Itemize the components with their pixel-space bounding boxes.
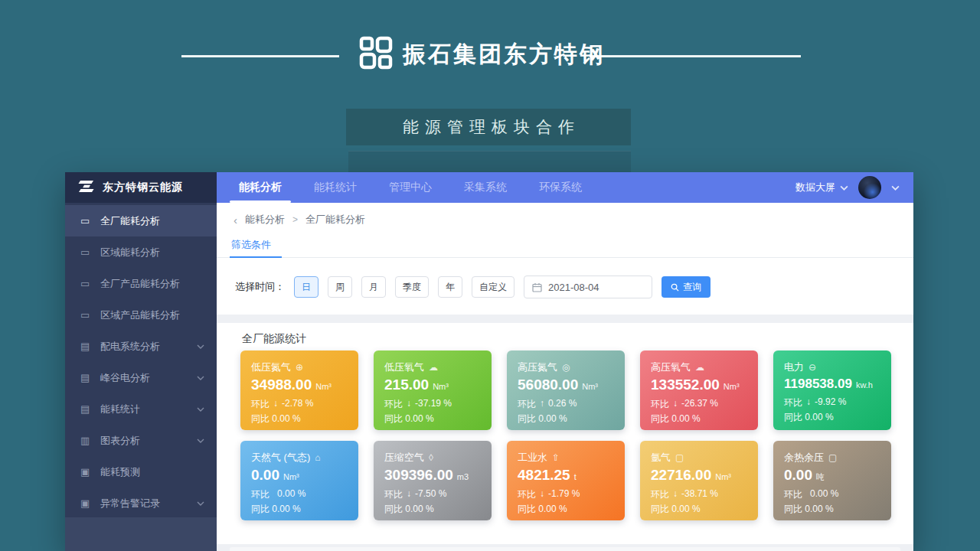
card-name: 工业水 [518,451,547,465]
tab-filter-conditions[interactable]: 筛选条件 [231,238,271,252]
tab-energy-stats[interactable]: 能耗统计 [298,172,373,203]
down-arrow-icon: ↓ [540,488,544,501]
year-ratio: 同比 0.00 % [784,411,882,424]
card-waste-heat-pressure: 余热余压▢ 0.00吨 环比0.00 % 同比 0.00 % [773,441,891,520]
ring-ratio: 环比↑0.26 % [518,398,616,411]
sidebar-item-plant-energy[interactable]: ▭ 全厂能耗分析 [65,205,217,236]
chart-icon: ▥ [80,435,93,446]
card-name: 压缩空气 [384,451,424,465]
card-value: 22716.00Nm³ [651,467,749,484]
card-value: 1198538.09kw.h [784,377,882,392]
down-arrow-icon: ↓ [673,488,678,501]
ring-ratio: 环比↓-9.92 % [784,396,882,409]
tab-management-center[interactable]: 管理中心 [373,172,448,203]
card-unit: kw.h [856,380,873,390]
card-value: 4821.25t [518,467,616,484]
panel-icon: ▭ [80,246,93,258]
brand-logo-icon [358,35,394,73]
time-option-year[interactable]: 年 [438,276,462,298]
page: 振石集团东方特钢 能源管理板块合作 东方特钢云能源 ▭ 全 [0,0,980,551]
query-button[interactable]: 查询 [662,276,710,298]
time-option-custom[interactable]: 自定义 [472,276,514,298]
date-input[interactable] [548,282,644,293]
nitrogen-icon: ⊕ [296,362,303,373]
card-natural-gas: 天然气 (气态)⌂ 0.00Nm³ 环比0.00 % 同比 0.00 % [240,441,358,520]
chevron-down-icon [840,185,848,191]
card-name: 高压氧气 [651,360,691,374]
filter-row: 选择时间： 日 周 月 季度 年 自定义 [235,275,710,299]
card-compressed-air: 压缩空气◊ 309396.00m3 环比↓-7.50 % 同比 0.00 % [374,441,492,520]
breadcrumb-separator: > [292,214,298,225]
stat-card-grid: 低压氮气⊕ 34988.00Nm³ 环比↓-2.78 % 同比 0.00 % 低… [240,350,891,520]
tab-environment-system[interactable]: 环保系统 [523,172,598,203]
sidebar-item-energy-stats[interactable]: ▤ 能耗统计 [65,393,217,425]
chevron-down-icon [197,407,204,412]
panel-icon: ▭ [80,309,93,321]
time-option-week[interactable]: 周 [328,276,352,298]
sidebar-item-label: 异常告警记录 [100,497,160,510]
year-ratio: 同比 0.00 % [384,412,482,425]
ring-ratio: 环比0.00 % [784,488,882,501]
avatar[interactable] [858,176,881,199]
card-name: 低压氮气 [251,360,291,374]
sidebar-item-plant-product-energy[interactable]: ▭ 全厂产品能耗分析 [65,268,217,299]
divider [217,257,913,258]
sidebar-item-region-product-energy[interactable]: ▭ 区域产品能耗分析 [65,299,217,331]
sidebar-item-label: 全厂能耗分析 [100,214,160,228]
date-picker[interactable] [524,276,652,298]
tab-label: 采集系统 [464,181,507,194]
breadcrumb-level1[interactable]: 能耗分析 [245,213,285,227]
time-option-quarter[interactable]: 季度 [395,276,429,298]
argon-icon: ▢ [675,452,684,463]
card-unit: Nm³ [582,382,598,391]
tab-collection-system[interactable]: 采集系统 [448,172,523,203]
tab-label: 环保系统 [539,181,582,194]
card-low-pressure-nitrogen: 低压氮气⊕ 34988.00Nm³ 环比↓-2.78 % 同比 0.00 % [240,350,358,430]
chevron-down-icon [197,344,204,349]
heat-icon: ▢ [828,452,837,463]
card-name: 氩气 [651,451,671,465]
card-unit: 吨 [816,472,825,481]
calendar-icon [532,282,542,292]
user-menu-chevron-icon[interactable] [891,185,900,191]
sidebar-item-peak-valley[interactable]: ▤ 峰谷电分析 [65,362,217,393]
chevron-down-icon [197,439,204,443]
card-high-pressure-nitrogen: 高压氮气◎ 56080.00Nm³ 环比↑0.26 % 同比 0.00 % [507,350,625,430]
time-option-month[interactable]: 月 [361,276,386,298]
sidebar-item-region-energy[interactable]: ▭ 区域能耗分析 [65,236,217,268]
panel-icon: ▭ [80,278,93,289]
tab-energy-analysis[interactable]: 能耗分析 [223,172,298,203]
down-arrow-icon: ↓ [806,396,811,409]
sidebar-item-chart-analysis[interactable]: ▥ 图表分析 [65,425,217,456]
oxygen-icon: ☁ [695,362,704,373]
year-ratio: 同比 0.00 % [384,503,482,516]
year-ratio: 同比 0.00 % [251,412,349,425]
sidebar-item-label: 图表分析 [100,434,140,448]
breadcrumb-level2: 全厂能耗分析 [305,213,365,227]
data-screen-menu[interactable]: 数据大屏 [795,181,848,194]
ring-ratio: 环比↓-1.79 % [518,488,616,501]
ring-ratio: 环比↓-7.50 % [384,488,482,501]
brand-title: 振石集团东方特钢 [403,39,605,70]
section-title: 全厂能源统计 [242,332,306,346]
sidebar-item-energy-forecast[interactable]: ▣ 能耗预测 [65,456,217,487]
tab-label: 管理中心 [389,181,432,194]
tab-label: 能耗统计 [314,181,357,194]
sidebar-logo: 东方特钢云能源 [65,172,217,203]
card-unit: Nm³ [715,472,731,481]
time-option-day[interactable]: 日 [294,276,318,298]
sidebar-item-alarm-records[interactable]: ▣ 异常告警记录 [65,487,217,519]
card-unit: Nm³ [724,382,740,391]
sidebar-item-label: 区域能耗分析 [100,246,160,259]
card-high-pressure-oxygen: 高压氧气☁ 133552.00Nm³ 环比↓-26.37 % 同比 0.00 % [640,350,758,430]
year-ratio: 同比 0.00 % [784,503,882,516]
year-ratio: 同比 0.00 % [651,412,749,425]
main-content: ‹ 能耗分析 > 全厂能耗分析 筛选条件 选择时间： 日 周 月 季度 年 自定… [217,203,913,551]
year-ratio: 同比 0.00 % [251,503,349,516]
year-ratio: 同比 0.00 % [651,503,749,516]
sidebar-item-power-distribution[interactable]: ▤ 配电系统分析 [65,331,217,362]
top-navbar: 能耗分析 能耗统计 管理中心 采集系统 环保系统 数据大屏 [217,172,913,203]
sidebar-footer [65,517,217,551]
back-icon[interactable]: ‹ [234,214,237,226]
navbar-right: 数据大屏 [795,176,913,199]
